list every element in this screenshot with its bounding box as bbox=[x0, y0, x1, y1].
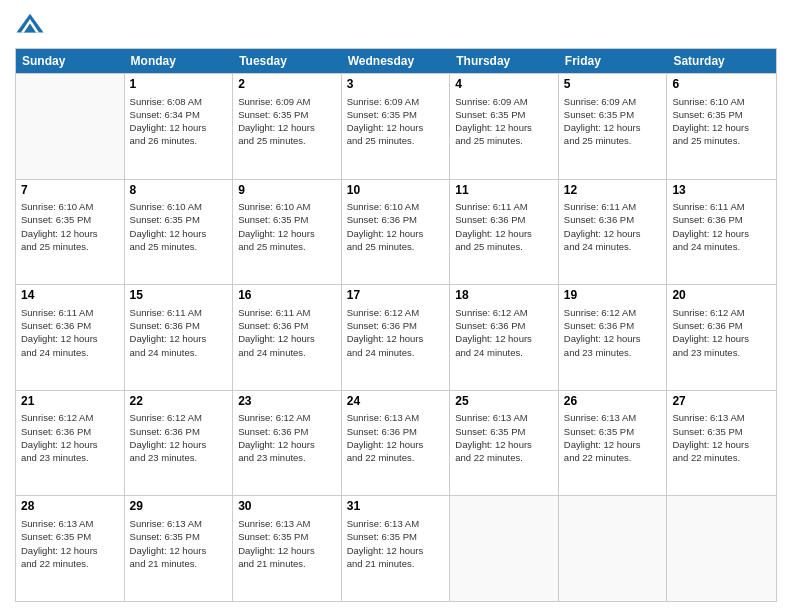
day-number: 10 bbox=[347, 183, 445, 199]
calendar-cell: 4Sunrise: 6:09 AM Sunset: 6:35 PM Daylig… bbox=[450, 74, 559, 179]
day-number: 2 bbox=[238, 77, 336, 93]
header-day: Friday bbox=[559, 49, 668, 73]
day-number: 3 bbox=[347, 77, 445, 93]
calendar-body: 1Sunrise: 6:08 AM Sunset: 6:34 PM Daylig… bbox=[16, 73, 776, 601]
day-number: 20 bbox=[672, 288, 771, 304]
calendar-cell: 10Sunrise: 6:10 AM Sunset: 6:36 PM Dayli… bbox=[342, 180, 451, 285]
calendar-row: 14Sunrise: 6:11 AM Sunset: 6:36 PM Dayli… bbox=[16, 284, 776, 390]
calendar-cell: 5Sunrise: 6:09 AM Sunset: 6:35 PM Daylig… bbox=[559, 74, 668, 179]
day-info: Sunrise: 6:12 AM Sunset: 6:36 PM Dayligh… bbox=[347, 306, 445, 359]
calendar-cell bbox=[667, 496, 776, 601]
day-info: Sunrise: 6:12 AM Sunset: 6:36 PM Dayligh… bbox=[672, 306, 771, 359]
header-day: Monday bbox=[125, 49, 234, 73]
day-info: Sunrise: 6:13 AM Sunset: 6:35 PM Dayligh… bbox=[130, 517, 228, 570]
calendar-cell: 25Sunrise: 6:13 AM Sunset: 6:35 PM Dayli… bbox=[450, 391, 559, 496]
day-number: 23 bbox=[238, 394, 336, 410]
calendar-cell: 23Sunrise: 6:12 AM Sunset: 6:36 PM Dayli… bbox=[233, 391, 342, 496]
calendar-cell: 14Sunrise: 6:11 AM Sunset: 6:36 PM Dayli… bbox=[16, 285, 125, 390]
day-number: 19 bbox=[564, 288, 662, 304]
day-info: Sunrise: 6:13 AM Sunset: 6:35 PM Dayligh… bbox=[672, 411, 771, 464]
calendar-cell: 30Sunrise: 6:13 AM Sunset: 6:35 PM Dayli… bbox=[233, 496, 342, 601]
day-info: Sunrise: 6:10 AM Sunset: 6:35 PM Dayligh… bbox=[21, 200, 119, 253]
calendar-cell: 8Sunrise: 6:10 AM Sunset: 6:35 PM Daylig… bbox=[125, 180, 234, 285]
day-number: 28 bbox=[21, 499, 119, 515]
day-number: 24 bbox=[347, 394, 445, 410]
day-number: 9 bbox=[238, 183, 336, 199]
day-number: 1 bbox=[130, 77, 228, 93]
header-day: Sunday bbox=[16, 49, 125, 73]
calendar-cell: 11Sunrise: 6:11 AM Sunset: 6:36 PM Dayli… bbox=[450, 180, 559, 285]
day-number: 8 bbox=[130, 183, 228, 199]
page-header bbox=[15, 10, 777, 40]
calendar-cell bbox=[559, 496, 668, 601]
day-info: Sunrise: 6:11 AM Sunset: 6:36 PM Dayligh… bbox=[564, 200, 662, 253]
logo-icon bbox=[15, 10, 45, 40]
day-number: 11 bbox=[455, 183, 553, 199]
calendar-cell: 3Sunrise: 6:09 AM Sunset: 6:35 PM Daylig… bbox=[342, 74, 451, 179]
day-info: Sunrise: 6:12 AM Sunset: 6:36 PM Dayligh… bbox=[130, 411, 228, 464]
day-info: Sunrise: 6:13 AM Sunset: 6:35 PM Dayligh… bbox=[564, 411, 662, 464]
day-info: Sunrise: 6:13 AM Sunset: 6:36 PM Dayligh… bbox=[347, 411, 445, 464]
day-info: Sunrise: 6:12 AM Sunset: 6:36 PM Dayligh… bbox=[238, 411, 336, 464]
calendar-cell bbox=[16, 74, 125, 179]
day-number: 5 bbox=[564, 77, 662, 93]
day-number: 12 bbox=[564, 183, 662, 199]
calendar: SundayMondayTuesdayWednesdayThursdayFrid… bbox=[15, 48, 777, 602]
day-number: 25 bbox=[455, 394, 553, 410]
day-info: Sunrise: 6:12 AM Sunset: 6:36 PM Dayligh… bbox=[564, 306, 662, 359]
calendar-cell: 9Sunrise: 6:10 AM Sunset: 6:35 PM Daylig… bbox=[233, 180, 342, 285]
day-info: Sunrise: 6:09 AM Sunset: 6:35 PM Dayligh… bbox=[564, 95, 662, 148]
day-number: 16 bbox=[238, 288, 336, 304]
calendar-cell: 1Sunrise: 6:08 AM Sunset: 6:34 PM Daylig… bbox=[125, 74, 234, 179]
day-number: 30 bbox=[238, 499, 336, 515]
calendar-cell: 7Sunrise: 6:10 AM Sunset: 6:35 PM Daylig… bbox=[16, 180, 125, 285]
day-info: Sunrise: 6:13 AM Sunset: 6:35 PM Dayligh… bbox=[238, 517, 336, 570]
day-number: 7 bbox=[21, 183, 119, 199]
day-info: Sunrise: 6:10 AM Sunset: 6:35 PM Dayligh… bbox=[672, 95, 771, 148]
calendar-cell: 15Sunrise: 6:11 AM Sunset: 6:36 PM Dayli… bbox=[125, 285, 234, 390]
day-info: Sunrise: 6:12 AM Sunset: 6:36 PM Dayligh… bbox=[455, 306, 553, 359]
day-info: Sunrise: 6:09 AM Sunset: 6:35 PM Dayligh… bbox=[238, 95, 336, 148]
day-info: Sunrise: 6:11 AM Sunset: 6:36 PM Dayligh… bbox=[21, 306, 119, 359]
header-day: Tuesday bbox=[233, 49, 342, 73]
calendar-row: 1Sunrise: 6:08 AM Sunset: 6:34 PM Daylig… bbox=[16, 73, 776, 179]
calendar-cell: 29Sunrise: 6:13 AM Sunset: 6:35 PM Dayli… bbox=[125, 496, 234, 601]
calendar-cell: 17Sunrise: 6:12 AM Sunset: 6:36 PM Dayli… bbox=[342, 285, 451, 390]
calendar-row: 7Sunrise: 6:10 AM Sunset: 6:35 PM Daylig… bbox=[16, 179, 776, 285]
day-number: 18 bbox=[455, 288, 553, 304]
day-number: 21 bbox=[21, 394, 119, 410]
day-number: 26 bbox=[564, 394, 662, 410]
calendar-cell: 18Sunrise: 6:12 AM Sunset: 6:36 PM Dayli… bbox=[450, 285, 559, 390]
day-number: 15 bbox=[130, 288, 228, 304]
day-info: Sunrise: 6:11 AM Sunset: 6:36 PM Dayligh… bbox=[455, 200, 553, 253]
calendar-header: SundayMondayTuesdayWednesdayThursdayFrid… bbox=[16, 49, 776, 73]
day-info: Sunrise: 6:11 AM Sunset: 6:36 PM Dayligh… bbox=[238, 306, 336, 359]
day-info: Sunrise: 6:11 AM Sunset: 6:36 PM Dayligh… bbox=[130, 306, 228, 359]
day-info: Sunrise: 6:09 AM Sunset: 6:35 PM Dayligh… bbox=[347, 95, 445, 148]
calendar-cell: 21Sunrise: 6:12 AM Sunset: 6:36 PM Dayli… bbox=[16, 391, 125, 496]
calendar-cell: 13Sunrise: 6:11 AM Sunset: 6:36 PM Dayli… bbox=[667, 180, 776, 285]
header-day: Saturday bbox=[667, 49, 776, 73]
day-number: 4 bbox=[455, 77, 553, 93]
day-number: 13 bbox=[672, 183, 771, 199]
day-info: Sunrise: 6:11 AM Sunset: 6:36 PM Dayligh… bbox=[672, 200, 771, 253]
day-info: Sunrise: 6:10 AM Sunset: 6:35 PM Dayligh… bbox=[130, 200, 228, 253]
calendar-row: 28Sunrise: 6:13 AM Sunset: 6:35 PM Dayli… bbox=[16, 495, 776, 601]
day-number: 22 bbox=[130, 394, 228, 410]
day-number: 17 bbox=[347, 288, 445, 304]
calendar-cell: 2Sunrise: 6:09 AM Sunset: 6:35 PM Daylig… bbox=[233, 74, 342, 179]
day-info: Sunrise: 6:08 AM Sunset: 6:34 PM Dayligh… bbox=[130, 95, 228, 148]
day-number: 29 bbox=[130, 499, 228, 515]
day-number: 31 bbox=[347, 499, 445, 515]
day-info: Sunrise: 6:10 AM Sunset: 6:36 PM Dayligh… bbox=[347, 200, 445, 253]
calendar-cell: 20Sunrise: 6:12 AM Sunset: 6:36 PM Dayli… bbox=[667, 285, 776, 390]
calendar-cell: 27Sunrise: 6:13 AM Sunset: 6:35 PM Dayli… bbox=[667, 391, 776, 496]
calendar-page: SundayMondayTuesdayWednesdayThursdayFrid… bbox=[0, 0, 792, 612]
calendar-cell: 26Sunrise: 6:13 AM Sunset: 6:35 PM Dayli… bbox=[559, 391, 668, 496]
calendar-cell: 6Sunrise: 6:10 AM Sunset: 6:35 PM Daylig… bbox=[667, 74, 776, 179]
day-info: Sunrise: 6:10 AM Sunset: 6:35 PM Dayligh… bbox=[238, 200, 336, 253]
day-info: Sunrise: 6:13 AM Sunset: 6:35 PM Dayligh… bbox=[347, 517, 445, 570]
day-number: 27 bbox=[672, 394, 771, 410]
calendar-cell: 24Sunrise: 6:13 AM Sunset: 6:36 PM Dayli… bbox=[342, 391, 451, 496]
day-number: 14 bbox=[21, 288, 119, 304]
